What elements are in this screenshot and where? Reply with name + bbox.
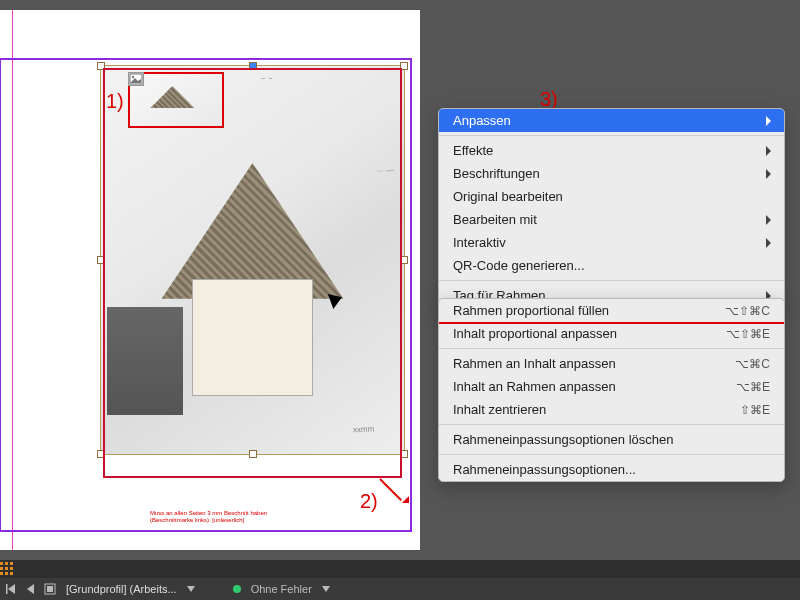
menu-item-label: Inhalt proportional anpassen: [453, 326, 617, 341]
submenu-arrow-icon: [766, 215, 776, 225]
svg-rect-2: [0, 562, 3, 565]
menu-item-inhalt-an-rahmen[interactable]: Inhalt an Rahmen anpassen ⌥⌘E: [439, 375, 784, 398]
svg-rect-11: [6, 584, 8, 594]
svg-rect-5: [0, 567, 3, 570]
resize-handle[interactable]: [249, 450, 257, 458]
annotation-label-1: 1): [106, 90, 124, 113]
dropdown-arrow-icon[interactable]: [322, 586, 330, 592]
resize-handle[interactable]: [97, 450, 105, 458]
menu-item-bearbeiten-mit[interactable]: Bearbeiten mit: [439, 208, 784, 231]
menu-separator: [439, 348, 784, 349]
sketch-annotation: ~ ~: [261, 74, 273, 83]
menu-item-rahmen-proportional-fuellen[interactable]: Rahmen proportional füllen ⌥⇧⌘C: [439, 299, 784, 322]
menu-item-label: Rahmeneinpassungsoptionen löschen: [453, 432, 673, 447]
status-document-name[interactable]: [Grundprofil] (Arbeits...: [66, 583, 177, 595]
resize-handle[interactable]: [400, 256, 408, 264]
panel-grid-icon[interactable]: [0, 562, 14, 576]
svg-rect-4: [10, 562, 13, 565]
menu-item-label: Bearbeiten mit: [453, 212, 537, 227]
menu-item-label: Inhalt zentrieren: [453, 402, 546, 417]
menu-item-inhalt-zentrieren[interactable]: Inhalt zentrieren ⇧⌘E: [439, 398, 784, 421]
svg-rect-10: [10, 572, 13, 575]
sketch-annotation: ··· —: [377, 166, 394, 176]
svg-rect-7: [10, 567, 13, 570]
context-menu[interactable]: Anpassen Effekte Beschriftungen Original…: [438, 108, 785, 308]
resize-handle[interactable]: [249, 62, 257, 70]
menu-item-shortcut: ⌥⇧⌘C: [725, 304, 770, 318]
menu-item-label: Rahmen proportional füllen: [453, 303, 609, 318]
submenu-arrow-icon: [766, 238, 776, 248]
sketch-annotation: xxmm: [353, 425, 375, 435]
cursor-pointer-icon: [330, 290, 350, 306]
menu-item-rahmen-an-inhalt[interactable]: Rahmen an Inhalt anpassen ⌥⌘C: [439, 352, 784, 375]
menu-item-shortcut: ⇧⌘E: [740, 403, 770, 417]
menu-item-einpassungsoptionen[interactable]: Rahmeneinpassungsoptionen...: [439, 458, 784, 481]
nav-prev-icon[interactable]: [26, 584, 34, 594]
menu-item-label: Original bearbeiten: [453, 189, 563, 204]
resize-handle[interactable]: [97, 256, 105, 264]
dropdown-arrow-icon[interactable]: [187, 586, 195, 592]
resize-handle[interactable]: [400, 62, 408, 70]
tab-strip: [0, 560, 800, 578]
resize-handle[interactable]: [400, 450, 408, 458]
svg-rect-3: [5, 562, 8, 565]
menu-separator: [439, 280, 784, 281]
document-canvas[interactable]: — — — ~ ~ ··· — xxmm Muss an allen Seite…: [0, 10, 420, 550]
menu-separator: [439, 424, 784, 425]
menu-item-inhalt-proportional-anpassen[interactable]: Inhalt proportional anpassen ⌥⇧⌘E: [439, 322, 784, 345]
svg-rect-6: [5, 567, 8, 570]
preflight-ok-icon: [233, 585, 241, 593]
svg-rect-13: [47, 586, 53, 592]
svg-point-1: [132, 76, 134, 78]
resize-handle[interactable]: [97, 62, 105, 70]
menu-item-label: Rahmen an Inhalt anpassen: [453, 356, 616, 371]
menu-item-beschriftungen[interactable]: Beschriftungen: [439, 162, 784, 185]
menu-item-qr-code[interactable]: QR-Code generieren...: [439, 254, 784, 277]
menu-item-effekte[interactable]: Effekte: [439, 139, 784, 162]
menu-item-interaktiv[interactable]: Interaktiv: [439, 231, 784, 254]
svg-rect-8: [0, 572, 3, 575]
menu-item-label: Anpassen: [453, 113, 511, 128]
menu-separator: [439, 135, 784, 136]
menu-item-label: Rahmeneinpassungsoptionen...: [453, 462, 636, 477]
menu-item-label: Inhalt an Rahmen anpassen: [453, 379, 616, 394]
menu-item-label: QR-Code generieren...: [453, 258, 585, 273]
menu-item-anpassen[interactable]: Anpassen: [439, 109, 784, 132]
menu-item-label: Beschriftungen: [453, 166, 540, 181]
menu-item-einpassung-loeschen[interactable]: Rahmeneinpassungsoptionen löschen: [439, 428, 784, 451]
status-bar: [Grundprofil] (Arbeits... Ohne Fehler: [0, 578, 800, 600]
menu-item-label: Interaktiv: [453, 235, 506, 250]
nav-first-icon[interactable]: [6, 584, 16, 594]
content-thumbnail[interactable]: [128, 72, 224, 128]
submenu-arrow-icon: [766, 169, 776, 179]
annotation-label-2: 2): [360, 490, 378, 513]
menu-item-original-bearbeiten[interactable]: Original bearbeiten: [439, 185, 784, 208]
menu-item-label: Effekte: [453, 143, 493, 158]
svg-rect-9: [5, 572, 8, 575]
submenu-arrow-icon: [766, 146, 776, 156]
menu-separator: [439, 454, 784, 455]
status-errors[interactable]: Ohne Fehler: [251, 583, 312, 595]
submenu-arrow-icon: [766, 116, 776, 126]
menu-item-shortcut: ⌥⌘C: [735, 357, 770, 371]
menu-item-shortcut: ⌥⇧⌘E: [726, 327, 770, 341]
bleed-note: Muss an allen Seiten 3 mm Beschnitt habe…: [150, 510, 270, 523]
annotation-arrow-icon: [380, 478, 410, 508]
menu-item-shortcut: ⌥⌘E: [736, 380, 770, 394]
submenu-anpassen[interactable]: Rahmen proportional füllen ⌥⇧⌘C Inhalt p…: [438, 298, 785, 482]
status-document-icon[interactable]: [44, 583, 56, 595]
app-viewport: — — — ~ ~ ··· — xxmm Muss an allen Seite…: [0, 0, 800, 560]
